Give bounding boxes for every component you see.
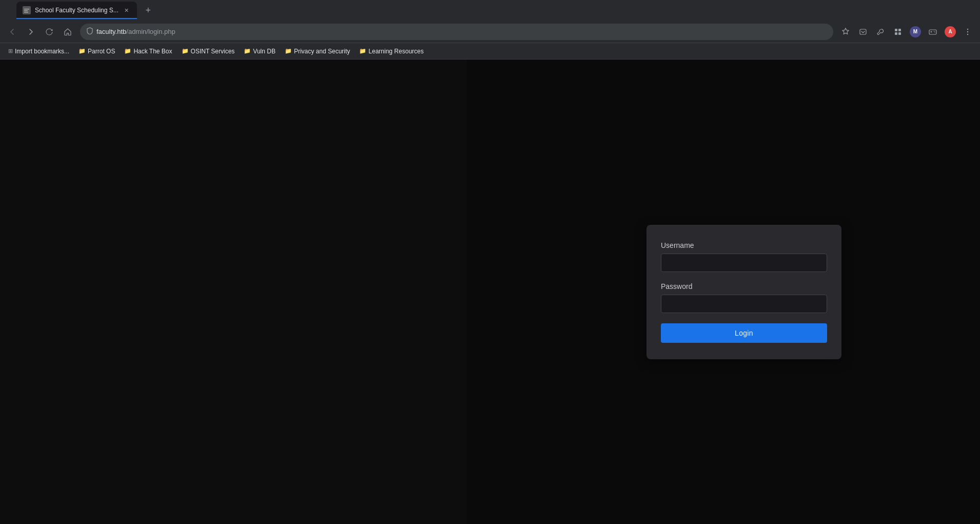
tab-close-button[interactable]: ✕ [123, 6, 131, 14]
vulndb-icon: 📁 [244, 48, 251, 54]
username-input[interactable] [661, 254, 827, 272]
menu-button[interactable] [959, 24, 976, 40]
pocket-button[interactable] [855, 24, 871, 40]
privacy-icon: 📁 [285, 48, 292, 54]
import-icon: ⊞ [8, 48, 13, 54]
bookmark-import-label: Import bookmarks... [15, 48, 69, 55]
svg-point-12 [934, 31, 935, 32]
bookmark-vuln-db[interactable]: 📁 Vuln DB [240, 46, 280, 57]
back-button[interactable] [4, 24, 21, 40]
svg-rect-1 [24, 9, 29, 10]
refresh-button[interactable] [41, 24, 57, 40]
active-tab[interactable]: School Faculty Scheduling S... ✕ [16, 2, 137, 19]
home-button[interactable] [60, 24, 76, 40]
svg-point-13 [934, 31, 935, 32]
profile-button[interactable]: M [907, 24, 924, 40]
osint-icon: 📁 [182, 48, 189, 54]
bookmark-learning-resources[interactable]: 📁 Learning Resources [355, 46, 427, 57]
bookmark-import[interactable]: ⊞ Import bookmarks... [4, 46, 73, 57]
tab-title: School Faculty Scheduling S... [35, 7, 119, 14]
learning-icon: 📁 [359, 48, 366, 54]
svg-point-14 [967, 28, 968, 29]
address-bar[interactable]: faculty.htb/admin/login.php [80, 24, 833, 40]
bookmark-parrot-os[interactable]: 📁 Parrot OS [74, 46, 119, 57]
login-card: Username Password Login [646, 225, 841, 359]
svg-rect-9 [929, 30, 936, 34]
account-button[interactable]: A [942, 24, 958, 40]
new-tab-button[interactable]: + [141, 3, 155, 17]
username-group: Username [661, 241, 827, 272]
bookmark-privacy-security[interactable]: 📁 Privacy and Security [281, 46, 354, 57]
svg-rect-6 [898, 29, 901, 31]
security-icon [86, 27, 93, 36]
bookmark-hackthebox-label: Hack The Box [133, 48, 172, 55]
games-button[interactable] [925, 24, 941, 40]
login-button[interactable]: Login [661, 323, 827, 343]
tab-bar: School Faculty Scheduling S... ✕ + [0, 0, 980, 21]
nav-bar: faculty.htb/admin/login.php M [0, 21, 980, 43]
svg-rect-7 [895, 32, 897, 35]
svg-point-15 [967, 31, 968, 32]
bookmark-privacy-label: Privacy and Security [294, 48, 350, 55]
hackthebox-icon: 📁 [124, 48, 131, 54]
svg-rect-4 [860, 29, 866, 34]
tab-favicon [23, 6, 31, 14]
password-input[interactable] [661, 295, 827, 313]
svg-point-16 [967, 33, 968, 34]
bookmark-parrot-label: Parrot OS [88, 48, 115, 55]
password-group: Password [661, 282, 827, 313]
browser-chrome: School Faculty Scheduling S... ✕ + facul… [0, 0, 980, 60]
address-text: faculty.htb/admin/login.php [96, 28, 827, 35]
bookmark-osint-services[interactable]: 📁 OSINT Services [178, 46, 239, 57]
forward-button[interactable] [23, 24, 39, 40]
left-panel [0, 60, 467, 524]
bookmark-vulndb-label: Vuln DB [253, 48, 276, 55]
extensions-button[interactable] [890, 24, 906, 40]
bookmark-osint-label: OSINT Services [191, 48, 235, 55]
svg-rect-2 [24, 10, 28, 11]
svg-rect-3 [24, 12, 28, 13]
page-content: Username Password Login [0, 60, 980, 524]
parrot-icon: 📁 [79, 48, 86, 54]
password-label: Password [661, 282, 827, 290]
bookmark-hack-the-box[interactable]: 📁 Hack The Box [120, 46, 176, 57]
bookmark-learning-label: Learning Resources [368, 48, 423, 55]
bookmarks-bar: ⊞ Import bookmarks... 📁 Parrot OS 📁 Hack… [0, 43, 980, 60]
svg-rect-5 [895, 29, 897, 31]
bookmark-star-button[interactable] [837, 24, 854, 40]
right-panel: Username Password Login [467, 60, 980, 524]
tools-button[interactable] [872, 24, 889, 40]
nav-right-icons: M A [837, 24, 976, 40]
svg-rect-8 [898, 32, 901, 35]
username-label: Username [661, 241, 827, 249]
